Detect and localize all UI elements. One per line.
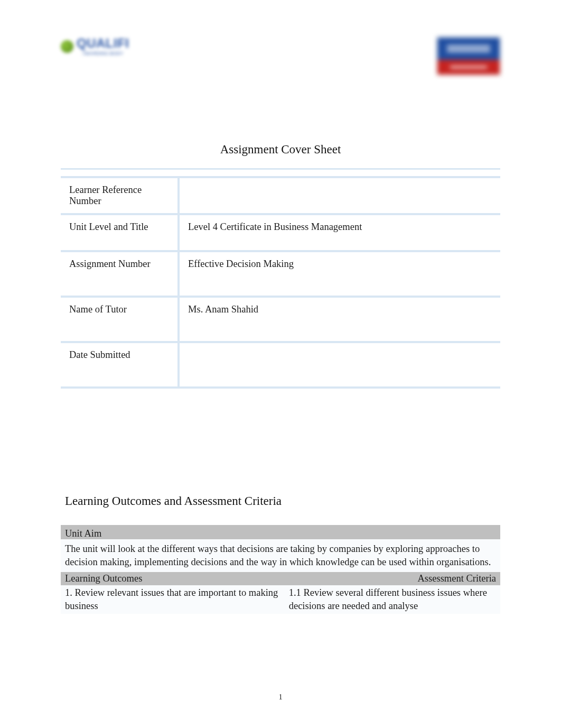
cover-value: Effective Decision Making — [180, 252, 500, 296]
cover-label: Learner Reference Number — [61, 178, 180, 213]
logo-left: QUALIFI AWARDING BODY — [61, 37, 129, 56]
page-header: QUALIFI AWARDING BODY — [61, 37, 500, 90]
cover-label: Assignment Number — [61, 252, 180, 296]
logo-left-word: QUALIFI — [77, 37, 129, 50]
criteria-row: 1. Review relevant issues that are impor… — [61, 585, 500, 614]
cover-label: Name of Tutor — [61, 298, 180, 341]
criteria-right: 1.1 Review several different business is… — [285, 585, 500, 614]
page-title: Assignment Cover Sheet — [61, 143, 500, 156]
logo-left-emblem — [61, 40, 73, 53]
logo-right-line — [447, 50, 491, 52]
page-number: 1 — [0, 693, 561, 702]
cover-row: Assignment Number Effective Decision Mak… — [61, 252, 500, 298]
criteria-header-right: Assessment Criteria — [285, 572, 500, 585]
cover-row: Name of Tutor Ms. Anam Shahid — [61, 298, 500, 343]
learning-outcomes-table: Unit Aim The unit will look at the diffe… — [61, 525, 500, 614]
cover-value: Ms. Anam Shahid — [180, 298, 500, 341]
unit-aim-header: Unit Aim — [61, 525, 500, 539]
criteria-header-left: Learning Outcomes — [61, 572, 285, 585]
cover-row: Learner Reference Number — [61, 176, 500, 215]
logo-right-line — [450, 66, 488, 68]
cover-value — [180, 178, 500, 213]
cover-value — [180, 343, 500, 386]
learning-outcomes-heading: Learning Outcomes and Assessment Criteri… — [65, 494, 500, 508]
cover-row: Unit Level and Title Level 4 Certificate… — [61, 215, 500, 252]
logo-left-text: QUALIFI AWARDING BODY — [77, 37, 129, 56]
cover-value: Level 4 Certificate in Business Manageme… — [180, 215, 500, 250]
cover-label: Unit Level and Title — [61, 215, 180, 250]
logo-right-line — [447, 45, 491, 48]
unit-aim-text: The unit will look at the different ways… — [61, 539, 500, 572]
logo-right-bot — [437, 60, 500, 75]
logo-left-tagline: AWARDING BODY — [77, 51, 129, 56]
cover-label: Date Submitted — [61, 343, 180, 386]
logo-right — [437, 37, 500, 75]
cover-row: Date Submitted — [61, 343, 500, 389]
criteria-header-row: Learning Outcomes Assessment Criteria — [61, 572, 500, 585]
cover-sheet-table: Learner Reference Number Unit Level and … — [61, 176, 500, 389]
logo-right-top — [437, 38, 500, 60]
criteria-left: 1. Review relevant issues that are impor… — [61, 585, 285, 614]
title-rule — [61, 168, 500, 170]
